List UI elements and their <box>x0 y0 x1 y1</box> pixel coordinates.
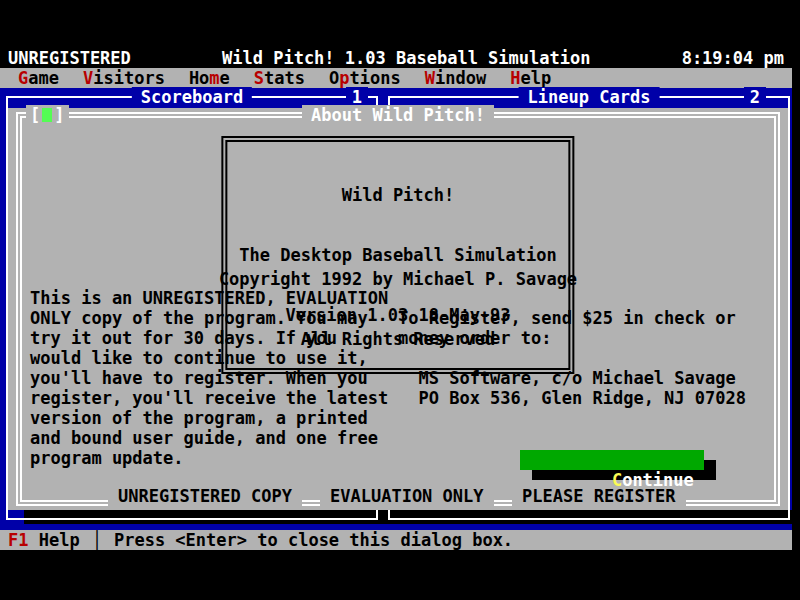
close-icon <box>42 108 52 122</box>
menu-item-stats[interactable]: Stats <box>254 68 305 88</box>
status-message: Press <Enter> to close this dialog box. <box>114 530 513 550</box>
program-name: Wild Pitch! <box>239 185 556 205</box>
evaluation-notice-text: This is an UNREGISTERED, EVALUATION ONLY… <box>30 288 388 468</box>
registration-status: UNREGISTERED <box>8 48 131 68</box>
app-title: Wild Pitch! 1.03 Baseball Simulation <box>222 48 590 68</box>
window-scoreboard-title: Scoreboard <box>132 87 252 107</box>
menu-item-help[interactable]: Help <box>510 68 551 88</box>
window-lineup-cards-title: Lineup Cards <box>519 87 660 107</box>
close-button[interactable]: [ ] <box>26 105 69 125</box>
menu-item-game[interactable]: Game <box>18 68 59 88</box>
menu-bar: Game Visitors Home Stats Options Window … <box>0 68 792 88</box>
status-separator: │ <box>80 530 114 550</box>
status-bar: F1 Help │ Press <Enter> to close this di… <box>0 530 792 550</box>
copyright-line: Copyright 1992 by Michael P. Savage <box>8 269 788 289</box>
desktop: Scoreboard 1 Lineup Cards 2 [ ] About Wi… <box>0 88 792 530</box>
dialog-title: About Wild Pitch! <box>302 105 494 125</box>
f1-help-hint[interactable]: F1 Help <box>8 530 80 550</box>
clock: 8:19:04 pm <box>682 48 784 68</box>
footer-please-register: PLEASE REGISTER <box>512 486 686 506</box>
close-bracket-open: [ <box>30 105 40 125</box>
menu-item-window[interactable]: Window <box>425 68 486 88</box>
about-dialog: [ ] About Wild Pitch! Wild Pitch! The De… <box>8 108 788 510</box>
window-scoreboard-number: 1 <box>346 87 368 107</box>
close-bracket-close: ] <box>54 105 64 125</box>
registration-info-text: To Register, send $25 in check or money … <box>398 308 746 408</box>
dos-screen: UNREGISTERED Wild Pitch! 1.03 Baseball S… <box>0 0 800 600</box>
footer-evaluation-only: EVALUATION ONLY <box>320 486 494 506</box>
menu-item-options[interactable]: Options <box>329 68 401 88</box>
menu-item-visitors[interactable]: Visitors <box>83 68 165 88</box>
footer-unregistered-copy: UNREGISTERED COPY <box>108 486 302 506</box>
menu-item-home[interactable]: Home <box>189 68 230 88</box>
window-lineup-cards-number: 2 <box>744 87 766 107</box>
continue-button[interactable]: Continue <box>520 450 704 470</box>
title-bar: UNREGISTERED Wild Pitch! 1.03 Baseball S… <box>0 48 792 68</box>
